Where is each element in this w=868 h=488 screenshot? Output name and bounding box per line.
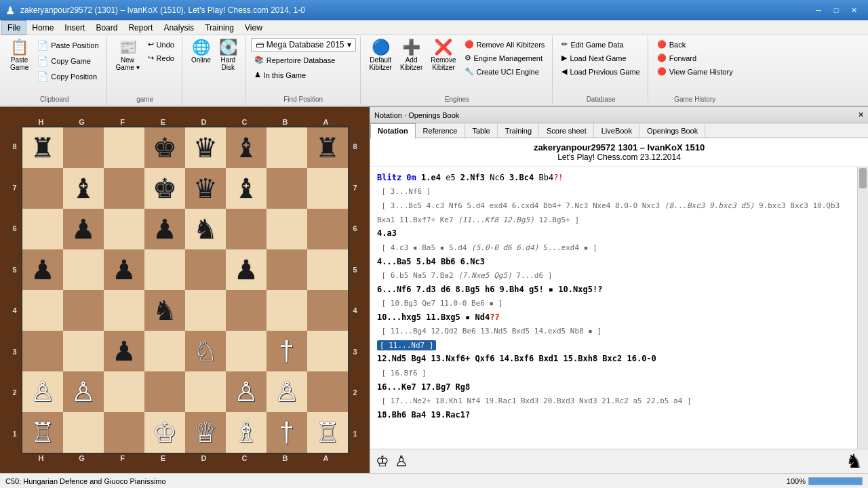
square-1-4[interactable]: ♛ <box>185 168 226 209</box>
square-1-7[interactable] <box>307 168 348 209</box>
square-5-1[interactable] <box>63 331 104 371</box>
paste-game-button[interactable]: 📋 PasteGame <box>7 38 32 73</box>
remove-kibitzer-button[interactable]: ❌ RemoveKibitzer <box>427 38 459 73</box>
square-4-5[interactable] <box>226 290 267 331</box>
chess-board[interactable]: ♜♚♛♝♜♝♚♛♝♟♟♞♟♟♟♞♟♘†♙♙♙♙♖♔♕♗†♖ <box>21 126 349 454</box>
tab-livebook[interactable]: LiveBook <box>594 123 639 138</box>
square-2-2[interactable] <box>104 209 144 249</box>
new-game-button[interactable]: 📰 NewGame ▾ <box>113 38 143 73</box>
square-3-1[interactable] <box>63 249 104 290</box>
notation-close-icon[interactable]: ✕ <box>858 110 864 119</box>
square-7-3[interactable]: ♔ <box>144 412 185 453</box>
repertoire-db-button[interactable]: 📚 Repertoire Database <box>251 54 356 66</box>
tab-score-sheet[interactable]: Score sheet <box>539 123 594 138</box>
square-0-7[interactable]: ♜ <box>307 127 348 168</box>
square-0-3[interactable]: ♚ <box>144 127 185 168</box>
square-0-2[interactable] <box>104 127 144 168</box>
menu-board[interactable]: Board <box>90 20 123 35</box>
square-5-3[interactable] <box>144 331 185 371</box>
square-5-5[interactable] <box>226 331 267 371</box>
square-0-4[interactable]: ♛ <box>185 127 226 168</box>
square-7-4[interactable]: ♕ <box>185 412 226 453</box>
square-5-2[interactable]: ♟ <box>104 331 144 371</box>
square-6-7[interactable] <box>307 371 348 412</box>
square-2-3[interactable]: ♟ <box>144 209 185 249</box>
paste-position-button[interactable]: 📄 Paste Position <box>33 38 102 53</box>
view-game-history-button[interactable]: 🔴 View Game History <box>654 65 736 78</box>
square-5-4[interactable]: ♘ <box>185 331 226 371</box>
square-6-6[interactable]: ♙ <box>267 371 307 412</box>
square-6-1[interactable]: ♙ <box>63 371 104 412</box>
menu-report[interactable]: Report <box>123 20 158 35</box>
menu-file[interactable]: File <box>1 20 26 35</box>
square-5-6[interactable]: † <box>267 331 307 371</box>
square-3-5[interactable]: ♟ <box>226 249 267 290</box>
square-2-7[interactable] <box>307 209 348 249</box>
minimize-button[interactable]: ─ <box>810 3 827 17</box>
create-uci-engine-button[interactable]: 🔧 Create UCI Engine <box>461 65 549 78</box>
copy-game-button[interactable]: 📄 Copy Game <box>33 54 102 68</box>
default-kibitzer-button[interactable]: 🔵 DefaultKibitzer <box>366 38 395 73</box>
menu-insert[interactable]: Insert <box>59 20 90 35</box>
square-5-7[interactable] <box>307 331 348 371</box>
in-this-game-button[interactable]: ♟ In this Game <box>251 68 356 81</box>
back-button[interactable]: 🔴 Back <box>654 38 736 51</box>
tab-openings-book[interactable]: Openings Book <box>639 123 705 138</box>
square-4-2[interactable] <box>104 290 144 331</box>
square-6-2[interactable] <box>104 371 144 412</box>
notation-content[interactable]: Blitz 0m 1.e4 e5 2.Nf3 Nc6 3.Bc4 Bb4?! [… <box>370 167 868 449</box>
square-6-3[interactable] <box>144 371 185 412</box>
square-2-1[interactable]: ♟ <box>63 209 104 249</box>
hard-disk-button[interactable]: 💽 HardDisk <box>216 38 241 73</box>
square-7-6[interactable]: † <box>267 412 307 453</box>
square-1-5[interactable]: ♝ <box>226 168 267 209</box>
square-4-3[interactable]: ♞ <box>144 290 185 331</box>
scrollbar-thumb[interactable] <box>859 168 867 188</box>
square-7-7[interactable]: ♖ <box>307 412 348 453</box>
online-button[interactable]: 🌐 Online <box>188 38 214 66</box>
notation-scrollbar[interactable] <box>857 167 868 449</box>
square-7-1[interactable] <box>63 412 104 453</box>
square-6-4[interactable] <box>185 371 226 412</box>
square-1-1[interactable]: ♝ <box>63 168 104 209</box>
square-3-4[interactable] <box>185 249 226 290</box>
square-4-1[interactable] <box>63 290 104 331</box>
load-previous-game-button[interactable]: ◀ Load Previous Game <box>558 65 643 78</box>
square-1-6[interactable] <box>267 168 307 209</box>
menu-home[interactable]: Home <box>26 20 59 35</box>
database-selector[interactable]: 🗃 Mega Database 2015 ▾ <box>251 38 356 52</box>
close-button[interactable]: ✕ <box>845 3 863 17</box>
tab-table[interactable]: Table <box>465 123 497 138</box>
square-7-5[interactable]: ♗ <box>226 412 267 453</box>
square-0-5[interactable]: ♝ <box>226 127 267 168</box>
square-3-6[interactable] <box>267 249 307 290</box>
remove-all-kibitzers-button[interactable]: 🔴 Remove All Kibitzers <box>461 38 549 51</box>
square-4-0[interactable] <box>22 290 63 331</box>
tab-notation[interactable]: Notation <box>370 123 416 138</box>
square-4-6[interactable] <box>267 290 307 331</box>
maximize-button[interactable]: □ <box>827 3 845 17</box>
copy-position-button[interactable]: 📄 Copy Position <box>33 69 102 84</box>
square-3-0[interactable]: ♟ <box>22 249 63 290</box>
square-2-6[interactable] <box>267 209 307 249</box>
square-1-3[interactable]: ♚ <box>144 168 185 209</box>
square-7-2[interactable] <box>104 412 144 453</box>
tab-training[interactable]: Training <box>498 123 539 138</box>
square-3-2[interactable]: ♟ <box>104 249 144 290</box>
square-0-0[interactable]: ♜ <box>22 127 63 168</box>
redo-button[interactable]: ↪ Redo <box>144 52 178 64</box>
forward-button[interactable]: 🔴 Forward <box>654 52 736 64</box>
square-1-2[interactable] <box>104 168 144 209</box>
square-3-3[interactable] <box>144 249 185 290</box>
edit-game-data-button[interactable]: ✏ Edit Game Data <box>558 38 643 51</box>
menu-view[interactable]: View <box>239 20 268 35</box>
zoom-progress-bar[interactable] <box>808 477 863 485</box>
square-5-0[interactable] <box>22 331 63 371</box>
menu-training[interactable]: Training <box>199 20 239 35</box>
square-6-0[interactable]: ♙ <box>22 371 63 412</box>
square-3-7[interactable] <box>307 249 348 290</box>
menu-analysis[interactable]: Analysis <box>158 20 199 35</box>
window-controls[interactable]: ─ □ ✕ <box>810 3 863 17</box>
square-7-0[interactable]: ♖ <box>22 412 63 453</box>
square-1-0[interactable] <box>22 168 63 209</box>
